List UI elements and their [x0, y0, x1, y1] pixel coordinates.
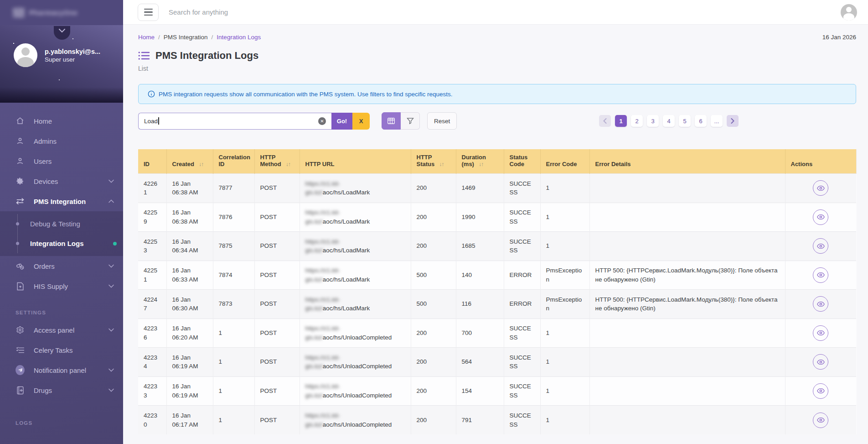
sidebar-item-access-panel[interactable]: Access panel: [0, 320, 123, 340]
log-search-input[interactable]: Load ✕: [138, 113, 331, 130]
cell-error-details: [589, 376, 785, 406]
user-avatar[interactable]: [14, 43, 37, 67]
breadcrumb-home[interactable]: Home: [138, 34, 155, 41]
view-log-button[interactable]: [813, 383, 828, 399]
sort-arrows-icon[interactable]: ↓↑: [439, 161, 444, 167]
view-log-button[interactable]: [813, 325, 828, 341]
sidebar-item-notification-panel[interactable]: Notification panel: [0, 360, 123, 380]
cell-created: 16 Jan 06:38 AM: [166, 203, 213, 232]
clear-input-icon[interactable]: ✕: [318, 117, 326, 125]
cell-http-url: https://z1.kit-gis.kz/aoc/hs/LoadMark: [300, 203, 411, 232]
column-header[interactable]: Actions↓↑: [785, 149, 856, 174]
cell-status-code: SUCCESS: [504, 348, 540, 377]
sort-arrows-icon[interactable]: ↓↑: [479, 161, 483, 167]
column-header[interactable]: Error Details↓↑: [589, 149, 785, 174]
cell-actions: [785, 203, 856, 232]
cell-id: 42261: [138, 174, 166, 203]
cell-http-url: https://z1.kit-gis.kz/aoc/hs/UnloadCompl…: [300, 376, 411, 406]
account-avatar[interactable]: [841, 4, 857, 21]
cell-http-method: POST: [254, 174, 300, 203]
prev-page-button[interactable]: [599, 115, 611, 127]
sidebar-item-pms-integration[interactable]: PMS Integration: [0, 191, 123, 211]
view-log-button[interactable]: [813, 180, 828, 196]
sidebar-item-admins[interactable]: Admins: [0, 131, 123, 151]
column-header[interactable]: Correlation ID↓↑: [213, 149, 254, 174]
pills-icon: [16, 261, 25, 271]
global-search-input[interactable]: [169, 8, 841, 16]
transfer-arrows-icon: [16, 197, 25, 206]
home-icon: [16, 116, 25, 125]
page-number-button[interactable]: 2: [631, 115, 643, 127]
sidebar-item-devices[interactable]: Devices: [0, 171, 123, 191]
cell-error-code: 1: [540, 319, 589, 348]
cell-created: 16 Jan 06:30 AM: [166, 290, 213, 319]
sidebar-item-his-supply[interactable]: HIS Supply: [0, 276, 123, 296]
table-view-button[interactable]: [382, 112, 401, 130]
column-header[interactable]: HTTP URL↓↑: [300, 149, 411, 174]
page-number-button[interactable]: ...: [711, 115, 723, 127]
page-number-button[interactable]: 4: [663, 115, 675, 127]
menu-toggle-button[interactable]: [138, 4, 159, 21]
sidebar-section-logs: LOGS: [0, 420, 123, 426]
view-log-button[interactable]: [813, 296, 828, 312]
user-role: Super user: [45, 56, 100, 63]
page-number-button[interactable]: 6: [695, 115, 707, 127]
eye-icon: [817, 330, 825, 336]
column-header[interactable]: Duration (ms)↓↑: [456, 149, 504, 174]
user-panel-collapse-button[interactable]: [54, 26, 70, 40]
chevron-left-icon: [603, 118, 607, 124]
cell-error-details: [589, 406, 785, 435]
cell-correlation-id: 1: [213, 348, 254, 377]
current-date: 16 Jan 2026: [822, 34, 856, 41]
column-header[interactable]: Created↓↑: [166, 149, 213, 174]
sort-arrows-icon[interactable]: ↓↑: [286, 161, 290, 167]
view-log-button[interactable]: [813, 413, 828, 428]
page-number-button[interactable]: 3: [647, 115, 659, 127]
column-header[interactable]: Error Code↓↑: [540, 149, 589, 174]
view-log-button[interactable]: [813, 354, 828, 370]
sidebar-item-orders[interactable]: Orders: [0, 256, 123, 276]
logo-mark-icon: [13, 8, 25, 18]
logo-blurred: PharmacyOne: [13, 8, 78, 18]
active-page-dot: [113, 242, 117, 246]
filter-button[interactable]: [401, 112, 420, 130]
cell-correlation-id: 1: [213, 376, 254, 406]
go-button[interactable]: Go!: [331, 113, 352, 130]
reset-button[interactable]: Reset: [427, 112, 457, 130]
sidebar-item-drugs[interactable]: Drugs: [0, 380, 123, 400]
cell-status-code: SUCCESS: [504, 174, 540, 203]
sidebar-item-celery-tasks[interactable]: Celery Tasks: [0, 340, 123, 360]
breadcrumb-integration-logs[interactable]: Integration Logs: [217, 34, 261, 41]
sidebar-item-home[interactable]: Home: [0, 111, 123, 131]
topbar: [123, 0, 868, 25]
view-log-button[interactable]: [813, 238, 828, 254]
view-log-button[interactable]: [813, 209, 828, 225]
bullet-icon: [16, 222, 19, 225]
sidebar-item-users[interactable]: Users: [0, 151, 123, 171]
column-header[interactable]: ID↓↑: [138, 149, 166, 174]
sort-arrows-icon[interactable]: ↓↑: [199, 161, 203, 167]
table-row: 42230 16 Jan 06:17 AM 1 POST https://z1.…: [138, 406, 856, 435]
eye-icon: [817, 417, 825, 423]
chevron-down-icon: [108, 284, 114, 288]
cell-created: 16 Jan 06:33 AM: [166, 261, 213, 290]
eye-icon: [817, 301, 825, 307]
next-page-button[interactable]: [727, 115, 739, 127]
app-logo[interactable]: PharmacyOne: [0, 0, 123, 25]
clear-search-button[interactable]: X: [352, 113, 370, 130]
column-header[interactable]: Status Code↓↑: [504, 149, 540, 174]
column-header[interactable]: HTTP Status↓↑: [411, 149, 456, 174]
sidebar-item-integration-logs[interactable]: Integration Logs: [0, 234, 123, 253]
page-number-button[interactable]: 5: [679, 115, 691, 127]
sidebar-item-debug-testing[interactable]: Debug & Testing: [0, 214, 123, 234]
page-number-button[interactable]: 1: [615, 115, 627, 127]
view-toggle-group: [382, 112, 420, 130]
cell-status-code: ERROR: [504, 261, 540, 290]
view-log-button[interactable]: [813, 267, 828, 283]
column-header[interactable]: HTTP Method↓↑: [254, 149, 300, 174]
cell-http-method: POST: [254, 406, 300, 435]
cell-error-code: 1: [540, 376, 589, 406]
table-row: 42251 16 Jan 06:33 AM 7874 POST https://…: [138, 261, 856, 290]
cell-actions: [785, 348, 856, 377]
breadcrumb-pms-integration[interactable]: PMS Integration: [164, 34, 208, 41]
